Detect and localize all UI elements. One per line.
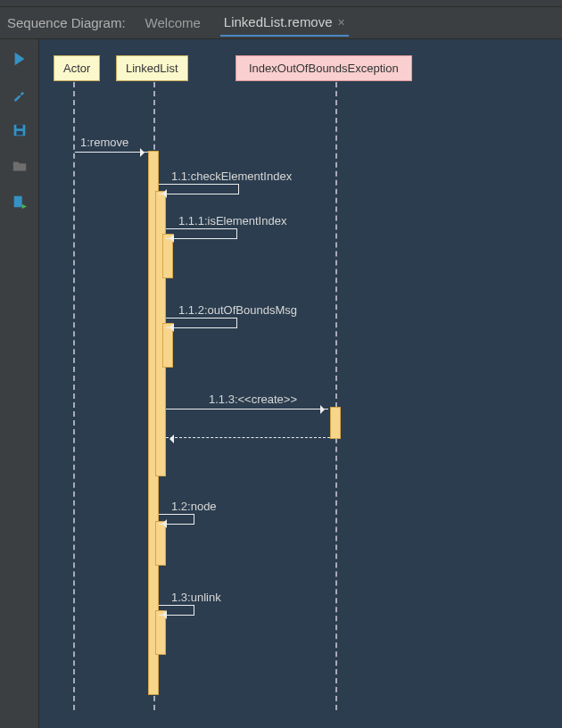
- participant-exception[interactable]: IndexOutOfBoundsException: [236, 55, 412, 81]
- selfcall-unlink: [159, 605, 194, 616]
- arrow-create: [166, 409, 328, 410]
- svg-marker-5: [21, 204, 26, 209]
- arrow-remove: [75, 152, 148, 153]
- toolbar-sidebar: [0, 39, 39, 728]
- message-create: 1.1.3:<<create>>: [209, 393, 297, 406]
- tab-welcome[interactable]: Welcome: [142, 10, 204, 36]
- panel-title: Sequence Diagram:: [7, 15, 126, 30]
- message-unlink: 1.3:unlink: [171, 591, 221, 604]
- wrench-icon[interactable]: [11, 86, 29, 103]
- close-icon[interactable]: ×: [338, 15, 345, 29]
- play-icon[interactable]: [11, 50, 29, 68]
- tab-label: LinkedList.remove: [224, 14, 333, 29]
- participant-linkedlist[interactable]: LinkedList: [116, 55, 188, 81]
- selfcall-node: [159, 514, 194, 525]
- sequence-diagram[interactable]: Actor LinkedList IndexOutOfBoundsExcepti…: [39, 39, 562, 728]
- activation-exception: [330, 407, 341, 439]
- selfcall-checkelementindex: [159, 184, 239, 194]
- save-icon[interactable]: [11, 121, 29, 139]
- selfcall-iselementindex: [166, 228, 237, 239]
- message-iselementindex: 1.1.1:isElementIndex: [178, 214, 286, 228]
- message-checkelementindex: 1.1:checkElementIndex: [171, 170, 292, 183]
- tab-bar: Sequence Diagram: Welcome LinkedList.rem…: [0, 7, 562, 39]
- svg-rect-3: [16, 131, 22, 136]
- svg-rect-4: [13, 196, 21, 208]
- svg-marker-0: [14, 53, 24, 65]
- message-outofboundsmsg: 1.1.2:outOfBoundsMsg: [178, 303, 297, 317]
- arrow-create-return: [166, 437, 330, 438]
- tab-linkedlist-remove[interactable]: LinkedList.remove ×: [220, 9, 349, 37]
- selfcall-outofboundsmsg: [166, 318, 237, 328]
- message-remove: 1:remove: [80, 136, 128, 149]
- export-icon[interactable]: [11, 193, 29, 211]
- participant-actor[interactable]: Actor: [54, 55, 100, 81]
- lifeline-exception: [335, 82, 337, 710]
- message-node: 1.2:node: [171, 500, 217, 513]
- folder-icon[interactable]: [11, 157, 29, 175]
- svg-rect-2: [16, 125, 22, 129]
- lifeline-actor: [73, 82, 75, 710]
- cropped-header: [0, 0, 562, 7]
- tab-label: Welcome: [145, 15, 201, 30]
